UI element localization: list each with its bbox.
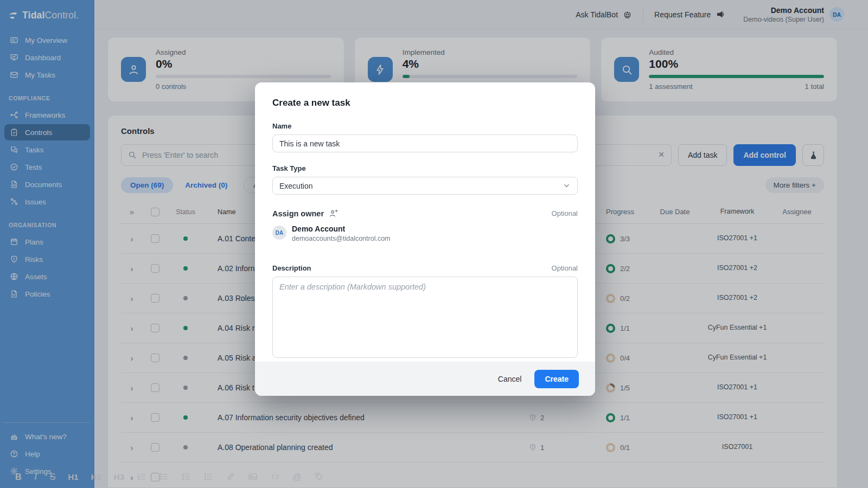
person-plus-icon[interactable] bbox=[329, 209, 338, 218]
owner-row[interactable]: DA Demo Account demoaccounts@tidalcontro… bbox=[272, 224, 578, 242]
owner-optional-badge: Optional bbox=[552, 209, 578, 217]
task-name-input[interactable] bbox=[272, 134, 578, 152]
chevron-down-icon bbox=[563, 182, 571, 190]
cancel-button[interactable]: Cancel bbox=[490, 370, 529, 388]
create-button[interactable]: Create bbox=[534, 370, 579, 388]
assign-owner-label: Assign owner bbox=[272, 209, 338, 218]
name-label: Name bbox=[272, 122, 578, 130]
task-type-select[interactable]: Execution bbox=[272, 177, 578, 195]
task-type-value: Execution bbox=[279, 182, 312, 190]
owner-avatar: DA bbox=[272, 226, 286, 240]
modal-footer: Cancel Create bbox=[255, 362, 595, 396]
description-textarea[interactable] bbox=[272, 277, 578, 358]
task-type-label: Task Type bbox=[272, 164, 578, 172]
modal-title: Create a new task bbox=[272, 98, 578, 108]
create-task-modal: Create a new task Name Task Type Executi… bbox=[255, 82, 595, 396]
owner-name: Demo Account bbox=[292, 224, 391, 233]
description-label: Description bbox=[272, 264, 311, 272]
owner-email: demoaccounts@tidalcontrol.com bbox=[292, 235, 391, 242]
description-optional-badge: Optional bbox=[552, 264, 578, 272]
